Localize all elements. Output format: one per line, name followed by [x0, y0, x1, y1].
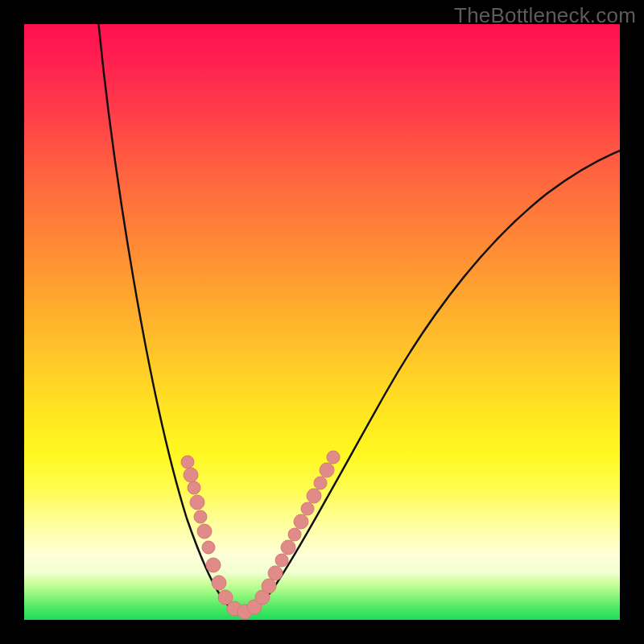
marker-point [268, 566, 283, 580]
marker-point [194, 510, 207, 523]
marker-point [327, 451, 340, 464]
marker-point [307, 489, 321, 503]
marker-point [188, 481, 200, 494]
curve-paths [98, 24, 620, 615]
marker-point [212, 576, 226, 590]
marker-point [184, 468, 198, 482]
marker-point [190, 495, 204, 510]
curve-left-branch [98, 24, 240, 615]
marker-point [202, 541, 215, 554]
marker-point [197, 524, 212, 539]
marker-point [294, 514, 308, 529]
curve-svg [24, 24, 620, 620]
marker-point [206, 558, 221, 572]
watermark-text: TheBottleneck.com [454, 3, 636, 28]
marker-point [320, 463, 334, 477]
curve-right-branch [240, 149, 620, 615]
marker-point [301, 502, 314, 515]
plot-area [24, 24, 620, 620]
marker-point [288, 528, 301, 541]
marker-point [314, 477, 327, 489]
marker-point [281, 540, 295, 555]
marker-point [262, 579, 276, 593]
marker-point [181, 456, 194, 469]
marker-point [275, 554, 288, 567]
chart-frame: TheBottleneck.com [0, 0, 644, 644]
data-markers [181, 451, 340, 619]
